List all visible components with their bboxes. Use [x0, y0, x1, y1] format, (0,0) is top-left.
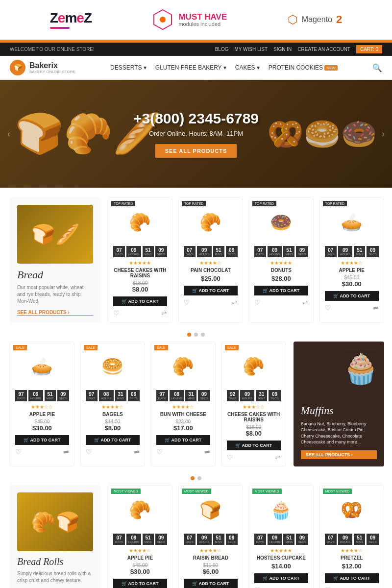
timer-secs: 09SECS [155, 246, 167, 257]
product-stars: ★★★★★ [254, 260, 308, 266]
countdown-timer: 07DAYS 09HOURS 51MINS 09SECS [113, 246, 167, 257]
signin-link[interactable]: SIGN IN [273, 47, 292, 52]
product-name: DONUTS [254, 268, 308, 273]
wishlist-icon[interactable]: ♡ [156, 448, 163, 456]
product-badge: MOST VIEWED [111, 489, 141, 494]
product-stars: ★★★★☆ [86, 404, 140, 410]
product-price-old: $11.00 [184, 563, 238, 568]
compare-icon[interactable]: ⇌ [63, 448, 69, 456]
product-actions: ♡ ⇌ [254, 298, 308, 306]
add-to-cart-button[interactable]: 🛒 ADD TO CART [15, 435, 69, 445]
hero-cta-button[interactable]: SEE ALL PRODUCTS [155, 144, 237, 158]
products-grid-row3: MOST VIEWED 🥐 07DAYS 09HOURS 51MINS 09SE… [108, 485, 384, 588]
bread-category-title: Bread [17, 269, 93, 281]
product-card: SALE 🥐 92DAYS 09HOURS 31MINS 09SECS ★★★☆… [221, 342, 286, 466]
dot-1[interactable] [187, 333, 191, 337]
wishlist-icon[interactable]: ♡ [113, 309, 120, 317]
wishlist-icon[interactable]: ♡ [254, 586, 261, 588]
timer-days: 07DAYS [184, 534, 196, 545]
wishlist-icon[interactable]: ♡ [184, 298, 190, 306]
bread-see-all-link[interactable]: SEE ALL PRODUCTS › [17, 310, 93, 316]
wishlist-icon[interactable]: ♡ [227, 453, 233, 461]
add-to-cart-button[interactable]: 🛒 ADD TO CART [325, 573, 379, 583]
hero-prev-arrow[interactable]: ‹ [7, 129, 10, 139]
compare-icon[interactable]: ⇌ [204, 448, 210, 456]
timer-mins: 51MINS [283, 534, 294, 545]
countdown-timer: 07DAYS 09HOURS 51MINS 09SECS [254, 246, 308, 257]
product-actions: ♡ ⇌ [15, 448, 69, 456]
pagination-row2 [10, 476, 382, 480]
timer-secs: 09SECS [367, 534, 378, 545]
dot-r2-1[interactable] [191, 476, 195, 480]
timer-days: 07DAYS [113, 534, 125, 545]
timer-hours: 09HOURS [240, 390, 255, 401]
add-to-cart-button[interactable]: 🛒 ADD TO CART [325, 291, 379, 301]
add-to-cart-button[interactable]: 🛒 ADD TO CART [184, 579, 238, 588]
product-card: MOST VIEWED 🧁 07DAYS 09HOURS 51MINS 09SE… [249, 485, 314, 588]
compare-icon[interactable]: ⇌ [302, 586, 308, 588]
add-to-cart-button[interactable]: 🛒 ADD TO CART [184, 286, 238, 295]
muffins-see-all-link[interactable]: SEE ALL PRODUCTS › [301, 450, 377, 459]
product-actions: ♡ ⇌ [227, 453, 281, 461]
magento-icon: ⬡ [288, 13, 298, 26]
add-to-cart-button[interactable]: 🛒 ADD TO CART [227, 441, 281, 450]
product-actions: ♡ ⇌ [156, 448, 210, 456]
product-image: 🥧 [15, 347, 69, 386]
compare-icon[interactable]: ⇌ [134, 448, 140, 456]
add-to-cart-button[interactable]: 🛒 ADD TO CART [254, 573, 308, 583]
wishlist-icon[interactable]: ♡ [254, 298, 261, 306]
compare-icon[interactable]: ⇌ [161, 309, 167, 317]
timer-hours: 09HOURS [28, 390, 43, 401]
nav-protein-cookies[interactable]: PROTEIN COOKIES NEW [269, 64, 338, 71]
add-to-cart-button[interactable]: 🛒 ADD TO CART [156, 435, 210, 445]
compare-icon[interactable]: ⇌ [373, 304, 379, 312]
product-image: 🍞 [184, 490, 238, 530]
nav-cakes[interactable]: CAKES ▾ [235, 64, 260, 71]
product-price: $8.00 [113, 286, 167, 293]
wishlist-icon[interactable]: ♡ [325, 586, 331, 588]
dot-3[interactable] [201, 333, 205, 337]
search-icon[interactable]: 🔍 [372, 63, 382, 73]
add-to-cart-button[interactable]: 🛒 ADD TO CART [113, 296, 167, 306]
timer-secs: 09SECS [198, 390, 210, 401]
brand[interactable]: 🍞 Bakerix BAKERY ONLINE STORE [10, 60, 75, 75]
compare-icon[interactable]: ⇌ [373, 586, 379, 588]
product-badge: MOST VIEWED [182, 489, 211, 494]
timer-hours: 09HOURS [126, 534, 141, 545]
product-image: 🥐 [227, 347, 281, 386]
third-section: 🥐🍞 Bread Rolls Simply delicious bread ro… [10, 485, 382, 588]
product-image: 🥐 [113, 203, 167, 242]
product-badge: TOP RATED [252, 201, 276, 206]
create-account-link[interactable]: CREATE AN ACCOUNT [297, 47, 350, 52]
cart-button[interactable]: CART: 0 [356, 45, 382, 53]
nav-gluten-free[interactable]: GLUTEN FREE BAKERY ▾ [155, 64, 226, 71]
timer-hours: 08HOURS [99, 390, 114, 401]
timer-hours: 09HOURS [197, 534, 212, 545]
compare-icon[interactable]: ⇌ [275, 453, 281, 461]
wishlist-icon[interactable]: ♡ [86, 448, 92, 456]
nav-desserts[interactable]: DESSERTS ▾ [110, 64, 147, 71]
add-to-cart-button[interactable]: 🛒 ADD TO CART [254, 286, 308, 295]
zemes-logo[interactable]: ZemeZ [50, 10, 92, 29]
hero-banner: 🍞🥐🥖 🥨🥯🍩 ‹ +3(800) 2345-6789 Order Online… [0, 80, 392, 188]
wishlist-icon[interactable]: ♡ [15, 448, 22, 456]
add-to-cart-button[interactable]: 🛒 ADD TO CART [113, 579, 167, 588]
dot-2[interactable] [194, 333, 198, 337]
product-price: $25.00 [184, 275, 238, 282]
compare-icon[interactable]: ⇌ [302, 298, 308, 306]
timer-secs: 09SECS [155, 534, 167, 545]
hero-next-arrow[interactable]: › [382, 129, 385, 139]
timer-days: 92DAYS [227, 390, 239, 401]
dot-r2-2[interactable] [197, 476, 201, 480]
product-image: 🍩 [254, 203, 308, 242]
wishlist-icon[interactable]: ♡ [325, 304, 331, 312]
timer-mins: 51MINS [143, 246, 154, 257]
product-actions: ♡ ⇌ [325, 304, 379, 312]
add-to-cart-button[interactable]: 🛒 ADD TO CART [86, 435, 140, 445]
wishlist-link[interactable]: MY WISH LIST [234, 47, 268, 52]
product-stars: ★★★☆☆ [15, 404, 69, 410]
bread-rolls-desc: Simply delicious bread rolls with a cris… [17, 570, 93, 584]
brand-icon: 🍞 [10, 60, 25, 75]
compare-icon[interactable]: ⇌ [232, 298, 238, 306]
blog-link[interactable]: BLOG [215, 47, 229, 52]
